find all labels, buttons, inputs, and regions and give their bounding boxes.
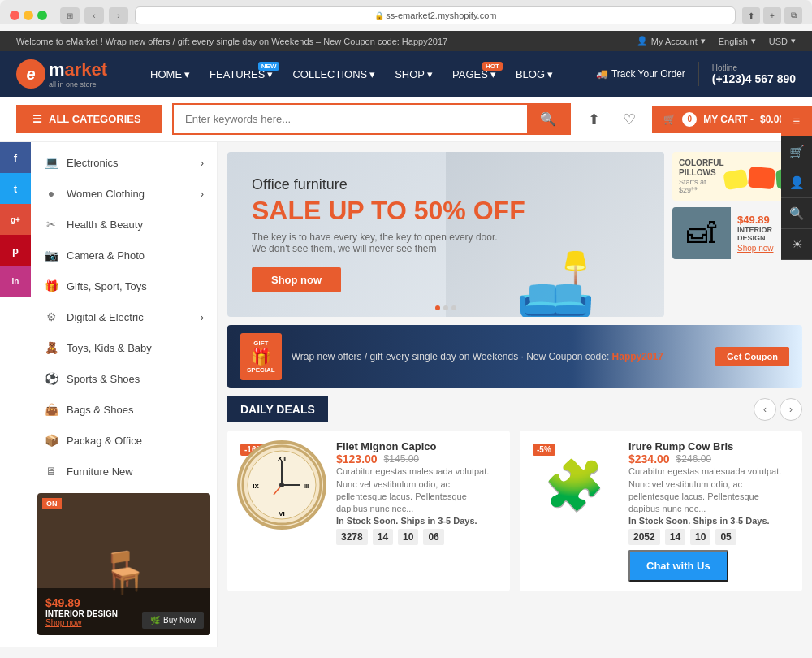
track-order-btn[interactable]: 🚚 Track Your Order <box>596 68 685 80</box>
top-bar: Welcome to eMarket ! Wrap new offers / g… <box>0 31 812 51</box>
back-btn[interactable]: ‹ <box>84 7 104 24</box>
share-icon[interactable]: ⬆ <box>742 7 760 24</box>
leaf-icon: 🌿 <box>150 616 160 625</box>
lbb-price: $49.89 <box>45 596 202 609</box>
bed-icon: 🛋️ <box>515 249 596 317</box>
logo-icon: e <box>16 59 45 89</box>
gifts-icon: 🎁 <box>44 279 58 293</box>
svg-text:III: III <box>304 483 309 490</box>
cart-count: 0 <box>682 112 697 127</box>
address-bar[interactable]: 🔒 ss-emarket2.myshopify.com <box>135 6 736 24</box>
cat-sports-shoes[interactable]: ⚽Sports & Shoes <box>31 363 217 394</box>
right-search-icon[interactable]: 🔍 <box>781 198 812 229</box>
deals-prev-btn[interactable]: ‹ <box>754 398 776 421</box>
pinterest-btn[interactable]: p <box>0 235 31 266</box>
timer-2-s: 05 <box>715 529 736 545</box>
gift-text: Wrap new offers / gift every single day … <box>292 351 706 362</box>
camera-icon: 📷 <box>44 248 58 262</box>
forward-btn[interactable]: › <box>109 7 128 24</box>
product-2-description: Curabitur egestas malesuada volutpat. Nu… <box>628 465 793 516</box>
timer-2-d: 2052 <box>628 529 660 545</box>
cat-digital[interactable]: ⚙Digital & Electric › <box>31 301 217 332</box>
hero-cta-btn[interactable]: Shop now <box>252 267 341 292</box>
toys-icon: 🧸 <box>44 340 58 355</box>
googleplus-btn[interactable]: g+ <box>0 204 31 235</box>
truck-icon: 🚚 <box>596 68 608 80</box>
product-2-stock: In Stock Soon. Ships in 3-5 Days. <box>628 516 793 526</box>
nav-shop[interactable]: SHOP ▾ <box>387 63 441 85</box>
cat-bags[interactable]: 👜Bags & Shoes <box>31 394 217 425</box>
bags-icon: 👜 <box>44 402 58 417</box>
my-account-btn[interactable]: 👤 My Account ▾ <box>637 36 706 46</box>
pillow-yellow <box>723 169 748 191</box>
chat-btn[interactable]: Chat with Us <box>628 550 728 582</box>
share-icon[interactable]: ⬆ <box>581 106 607 132</box>
health-icon: ✂ <box>44 217 58 232</box>
hero-title: SALE UP TO 50% OFF <box>252 197 525 225</box>
pillows-price: Starts at $29⁹⁹ <box>679 178 724 194</box>
twitter-btn[interactable]: t <box>0 173 31 204</box>
product-1-timer: 3278 14 10 06 <box>336 529 500 545</box>
product-1-image: -16% XII III VI IX <box>237 440 326 530</box>
currency-selector[interactable]: USD ▾ <box>769 36 796 46</box>
cat-furniture[interactable]: 🖥Furniture New <box>31 456 217 487</box>
buy-now-btn[interactable]: 🌿 Buy Now <box>142 612 204 629</box>
deals-navigation: ‹ › <box>754 398 802 421</box>
right-cart-icon[interactable]: 🛒 <box>781 136 812 167</box>
all-categories-btn[interactable]: ☰ ALL CATEGORIES <box>16 105 162 133</box>
dot-3[interactable] <box>451 305 456 310</box>
pillow-orange <box>747 167 775 190</box>
menu-icon: ☰ <box>32 113 42 125</box>
product-1-stock: In Stock Soon. Ships in 3-5 Days. <box>336 516 500 526</box>
product-1-original-price: $145.00 <box>384 453 419 465</box>
cat-packaging[interactable]: 📦Packag & Office <box>31 425 217 456</box>
cart-button[interactable]: 🛒 0 MY CART - $0.00 <box>652 106 796 133</box>
nav-pages[interactable]: PAGES ▾ HOT <box>444 63 504 85</box>
nav-features[interactable]: FEATURES ▾ NEW <box>201 63 281 85</box>
sidebar-toggle-icon[interactable]: ⊞ <box>60 7 80 24</box>
new-tab-btn[interactable]: + <box>763 7 781 24</box>
product-2-original-price: $246.00 <box>676 453 711 465</box>
right-user-icon[interactable]: 👤 <box>781 167 812 198</box>
pages-badge: HOT <box>482 62 503 71</box>
deals-next-btn[interactable]: › <box>780 398 802 421</box>
logo[interactable]: e market all in one store <box>16 59 107 89</box>
facebook-btn[interactable]: f <box>0 142 31 173</box>
gift-banner: GIFT 🎁 SPECIAL Wrap new offers / gift ev… <box>227 325 802 388</box>
search-input[interactable] <box>174 105 527 133</box>
dot-2[interactable] <box>443 305 448 310</box>
nav-collections[interactable]: COLLECTIONS ▾ <box>284 63 383 85</box>
instagram-btn[interactable]: in <box>0 266 31 297</box>
product-2-timer: 2052 14 10 05 <box>628 529 793 545</box>
cat-health-beauty[interactable]: ✂Health & Beauty <box>31 209 217 240</box>
language-selector[interactable]: English ▾ <box>719 36 756 46</box>
nav-home[interactable]: HOME ▾ <box>142 63 198 85</box>
social-sidebar: f t g+ p in <box>0 142 31 647</box>
header: e market all in one store HOME ▾ FEATURE… <box>0 51 812 97</box>
chevron-right-icon: › <box>201 311 204 323</box>
right-filter-icon[interactable]: ≡ <box>781 106 812 136</box>
timer-1-d: 3278 <box>336 529 368 545</box>
toolbar: ☰ ALL CATEGORIES 🔍 ⬆ ♡ 🛒 0 MY CART - $0.… <box>0 97 812 142</box>
dot-1[interactable] <box>435 305 440 310</box>
right-sidebar: ≡ 🛒 👤 🔍 ☀ <box>781 106 812 260</box>
hero-banner: Office furniture SALE UP TO 50% OFF The … <box>227 152 664 317</box>
cat-toys[interactable]: 🧸Toys, Kids & Baby <box>31 332 217 363</box>
cat-gifts[interactable]: 🎁Gifts, Sport, Toys <box>31 271 217 301</box>
cat-camera[interactable]: 📷Camera & Photo <box>31 240 217 271</box>
search-button[interactable]: 🔍 <box>527 105 569 133</box>
svg-text:VI: VI <box>279 510 285 517</box>
cat-electronics[interactable]: 💻Electronics › <box>31 147 217 178</box>
nav-blog[interactable]: BLOG ▾ <box>508 63 561 85</box>
get-coupon-btn[interactable]: Get Coupon <box>715 347 789 366</box>
products-grid: -16% XII III VI IX <box>227 431 802 591</box>
timer-1-h: 14 <box>373 529 393 545</box>
svg-point-9 <box>279 483 284 487</box>
account-icon: 👤 <box>637 36 648 46</box>
cat-women-clothing[interactable]: ●Women Clothing › <box>31 178 217 209</box>
wishlist-icon[interactable]: ♡ <box>616 106 642 132</box>
tabs-btn[interactable]: ⧉ <box>784 7 802 24</box>
right-theme-icon[interactable]: ☀ <box>781 229 812 260</box>
hero-section: Office furniture SALE UP TO 50% OFF The … <box>227 152 802 317</box>
timer-2-m: 10 <box>690 529 710 545</box>
